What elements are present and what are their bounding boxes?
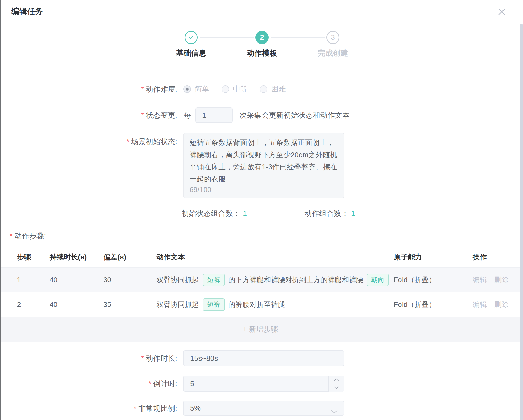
required-mark: * bbox=[148, 380, 151, 388]
initial-combo-count: 初始状态组合数：1 bbox=[182, 208, 247, 219]
delete-link[interactable]: 删除 bbox=[494, 300, 509, 309]
radio-easy-label: 简单 bbox=[195, 84, 209, 94]
cell-operations: 编辑 删除 bbox=[471, 300, 520, 309]
cell-step: 1 bbox=[1, 276, 48, 284]
table-header-row: 步骤 持续时长(s) 偏差(s) 动作文本 原子能力 操作 bbox=[1, 247, 520, 267]
cell-ability: Fold（折叠） bbox=[392, 275, 471, 285]
step-3-circle: 3 bbox=[326, 31, 339, 44]
action-combo-value: 1 bbox=[351, 209, 355, 217]
cell-step: 2 bbox=[1, 301, 48, 309]
state-change-label: *状态变更: bbox=[0, 110, 177, 121]
stepper-connector-1 bbox=[200, 37, 254, 38]
chevron-down-icon bbox=[334, 386, 339, 389]
state-change-input[interactable] bbox=[195, 107, 233, 123]
increase-button[interactable] bbox=[329, 376, 344, 384]
stepper-connector-2 bbox=[271, 37, 325, 38]
step-2-circle: 2 bbox=[255, 31, 269, 44]
chevron-down-icon bbox=[331, 407, 338, 415]
radio-easy[interactable]: 简单 bbox=[183, 84, 209, 94]
dialog-title: 编辑任务 bbox=[11, 6, 43, 17]
state-change-prefix: 每 bbox=[184, 110, 191, 121]
difficulty-label: *动作难度: bbox=[0, 83, 177, 95]
add-step-button[interactable]: + 新增步骤 bbox=[1, 317, 520, 342]
difficulty-radio-group: 简单 中等 困难 bbox=[183, 83, 298, 95]
unusual-ratio-select[interactable]: 5% bbox=[183, 401, 344, 416]
countdown-field bbox=[183, 376, 344, 392]
header-action-text: 动作文本 bbox=[155, 252, 392, 262]
entity-tag[interactable]: 短裤 bbox=[203, 274, 225, 286]
action-text-part: 双臂协同抓起 bbox=[156, 275, 199, 285]
cell-operations: 编辑 删除 bbox=[471, 275, 520, 285]
radio-unselected-icon bbox=[222, 85, 229, 93]
radio-medium-label: 中等 bbox=[233, 84, 248, 94]
table-row: 2 40 35 双臂协同抓起 短裤 的裤腰对折至裤腿 Fold（折叠） 编辑 删… bbox=[1, 292, 520, 317]
action-combo-label: 动作组合数： bbox=[305, 209, 349, 217]
radio-unselected-icon bbox=[260, 85, 267, 93]
step-3-number: 3 bbox=[331, 33, 335, 41]
close-icon bbox=[496, 7, 507, 17]
delete-link[interactable]: 删除 bbox=[494, 275, 509, 285]
required-mark: * bbox=[10, 232, 12, 240]
cell-action-text: 双臂协同抓起 短裤 的裤腰对折至裤腿 bbox=[155, 298, 392, 311]
edit-task-dialog: 编辑任务 2 3 基础信息 动作模板 完成创建 *动作难度: 简单 中等 bbox=[0, 0, 523, 420]
check-icon bbox=[187, 34, 195, 41]
countdown-label: *倒计时: bbox=[0, 378, 177, 389]
initial-state-text: 短裤五条数据背面朝上，五条数据正面朝上，裤腰朝右，离头部视野下方至少20cm之外… bbox=[190, 137, 338, 185]
state-change-suffix: 次采集会更新初始状态和动作文本 bbox=[239, 110, 350, 121]
selected-value: 5% bbox=[190, 404, 201, 412]
action-combo-count: 动作组合数：1 bbox=[305, 208, 355, 219]
header-duration: 持续时长(s) bbox=[48, 252, 102, 262]
required-mark: * bbox=[134, 404, 136, 412]
radio-medium[interactable]: 中等 bbox=[222, 84, 248, 94]
header-operations: 操作 bbox=[471, 252, 520, 262]
step-1-label: 基础信息 bbox=[161, 48, 222, 58]
required-mark: * bbox=[141, 111, 144, 119]
header-deviation: 偏差(s) bbox=[102, 252, 155, 262]
action-steps-table: 步骤 持续时长(s) 偏差(s) 动作文本 原子能力 操作 1 40 30 双臂… bbox=[1, 247, 520, 342]
action-text-part: 的下方裤腿和裤腰对折到上方的裤腿和裤腰 bbox=[228, 275, 363, 285]
unusual-ratio-label: *非常规比例: bbox=[0, 403, 177, 414]
header-ability: 原子能力 bbox=[392, 252, 471, 262]
initial-combo-value: 1 bbox=[243, 209, 247, 217]
required-mark: * bbox=[126, 138, 129, 146]
step-2-number: 2 bbox=[260, 33, 264, 41]
radio-hard[interactable]: 困难 bbox=[260, 84, 286, 94]
initial-state-textarea[interactable]: 短裤五条数据背面朝上，五条数据正面朝上，裤腰朝右，离头部视野下方至少20cm之外… bbox=[183, 133, 344, 198]
step-2-label: 动作模板 bbox=[232, 48, 292, 58]
page-backdrop-edge bbox=[0, 0, 1, 420]
dialog-header: 编辑任务 bbox=[1, 0, 520, 24]
entity-tag[interactable]: 朝向 bbox=[367, 274, 389, 286]
cell-deviation: 30 bbox=[102, 276, 155, 284]
entity-tag[interactable]: 短裤 bbox=[203, 298, 225, 311]
action-text-part: 的裤腰对折至裤腿 bbox=[228, 300, 285, 309]
table-row: 1 40 30 双臂协同抓起 短裤 的下方裤腿和裤腰对折到上方的裤腿和裤腰 朝向… bbox=[1, 267, 520, 292]
number-spinner bbox=[328, 376, 344, 392]
edit-link[interactable]: 编辑 bbox=[473, 300, 487, 309]
initial-state-label: *场景初始状态: bbox=[0, 136, 177, 147]
countdown-input[interactable] bbox=[183, 376, 344, 392]
cell-ability: Fold（折叠） bbox=[392, 300, 471, 309]
add-step-label: + 新增步骤 bbox=[243, 324, 278, 334]
close-button[interactable] bbox=[496, 7, 507, 17]
required-mark: * bbox=[141, 354, 144, 362]
char-counter: 69/100 bbox=[190, 186, 211, 194]
cell-deviation: 35 bbox=[102, 301, 155, 309]
header-step: 步骤 bbox=[1, 252, 48, 262]
action-steps-label: *动作步骤: bbox=[10, 230, 46, 241]
step-1-circle bbox=[185, 31, 198, 44]
radio-selected-icon bbox=[183, 85, 191, 93]
decrease-button[interactable] bbox=[329, 384, 344, 392]
radio-hard-label: 困难 bbox=[271, 84, 286, 94]
duration-label: *动作时长: bbox=[0, 353, 177, 364]
chevron-up-icon bbox=[334, 378, 339, 381]
cell-duration: 40 bbox=[48, 301, 102, 309]
cell-action-text: 双臂协同抓起 短裤 的下方裤腿和裤腰对折到上方的裤腿和裤腰 朝向 bbox=[155, 274, 392, 286]
required-mark: * bbox=[141, 85, 144, 93]
initial-combo-label: 初始状态组合数： bbox=[182, 209, 240, 217]
duration-input[interactable] bbox=[183, 350, 344, 366]
cell-duration: 40 bbox=[48, 276, 102, 284]
action-text-part: 双臂协同抓起 bbox=[156, 300, 199, 309]
edit-link[interactable]: 编辑 bbox=[473, 275, 487, 285]
vertical-scrollbar[interactable] bbox=[520, 24, 523, 420]
step-3-label: 完成创建 bbox=[303, 48, 363, 58]
